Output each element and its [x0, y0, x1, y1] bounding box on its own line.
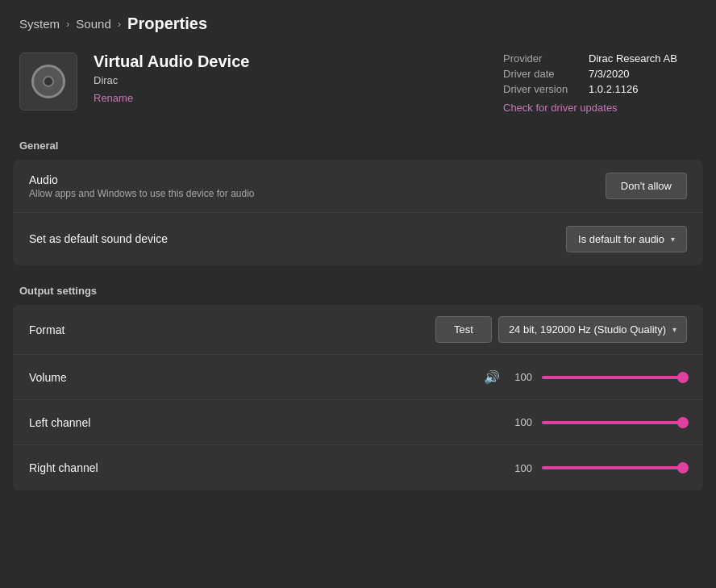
left-channel-row: Left channel 100: [13, 400, 703, 445]
right-channel-value: 100: [510, 462, 532, 474]
driver-date-value: 7/3/2020: [589, 68, 630, 80]
dont-allow-button[interactable]: Don't allow: [606, 173, 687, 199]
right-channel-label: Right channel: [29, 461, 500, 474]
volume-slider[interactable]: [542, 376, 687, 379]
right-channel-slider[interactable]: [542, 466, 687, 469]
volume-slider-thumb[interactable]: [677, 372, 689, 383]
audio-subtitle: Allow apps and Windows to use this devic…: [29, 188, 606, 199]
left-channel-slider-thumb[interactable]: [677, 417, 689, 428]
breadcrumb-separator-1: ›: [66, 18, 69, 30]
volume-row: Volume 🔊 100: [13, 355, 703, 400]
device-meta: Provider Dirac Research AB Driver date 7…: [503, 52, 697, 114]
device-header: Virtual Audio Device Dirac Rename Provid…: [0, 44, 716, 133]
test-button[interactable]: Test: [435, 316, 492, 343]
format-dropdown[interactable]: 24 bit, 192000 Hz (Studio Quality) ▾: [498, 316, 687, 343]
default-device-text: Set as default sound device: [29, 232, 566, 247]
breadcrumb-system[interactable]: System: [19, 17, 60, 31]
format-chevron-down-icon: ▾: [672, 325, 676, 334]
check-driver-link[interactable]: Check for driver updates: [503, 102, 618, 114]
volume-value: 100: [510, 371, 532, 383]
right-channel-slider-thumb[interactable]: [677, 462, 689, 473]
device-info: Virtual Audio Device Dirac Rename: [94, 52, 487, 104]
default-device-row: Set as default sound device Is default f…: [13, 213, 703, 265]
breadcrumb-properties: Properties: [127, 15, 207, 33]
rename-link[interactable]: Rename: [94, 92, 133, 104]
left-channel-slider[interactable]: [542, 421, 687, 424]
left-channel-value: 100: [510, 416, 532, 428]
device-brand: Dirac: [94, 74, 487, 86]
breadcrumb-separator-2: ›: [118, 18, 121, 30]
device-icon-container: [19, 52, 77, 111]
general-section-label: General: [0, 133, 716, 160]
left-channel-label: Left channel: [29, 416, 500, 429]
left-channel-slider-fill: [542, 421, 680, 424]
output-settings-label: Output settings: [0, 278, 716, 305]
right-channel-row: Right channel 100: [13, 445, 703, 490]
provider-label: Provider: [503, 52, 576, 65]
audio-row: Audio Allow apps and Windows to use this…: [13, 160, 703, 213]
volume-slider-fill: [542, 376, 680, 379]
default-device-value: Is default for audio: [578, 233, 664, 245]
output-settings-section: Output settings Format Test 24 bit, 1920…: [0, 278, 716, 490]
provider-value: Dirac Research AB: [589, 52, 677, 65]
driver-version-label: Driver version: [503, 83, 576, 95]
breadcrumb-sound[interactable]: Sound: [76, 17, 110, 31]
speaker-icon: [31, 65, 65, 98]
format-dropdown-value: 24 bit, 192000 Hz (Studio Quality): [509, 323, 666, 336]
driver-version-row: Driver version 1.0.2.1126: [503, 83, 697, 95]
volume-icon: 🔊: [484, 369, 500, 385]
driver-date-row: Driver date 7/3/2020: [503, 68, 697, 80]
format-controls: Test 24 bit, 192000 Hz (Studio Quality) …: [435, 316, 687, 343]
output-settings-card: Format Test 24 bit, 192000 Hz (Studio Qu…: [13, 305, 703, 490]
right-channel-slider-fill: [542, 466, 680, 469]
default-device-title: Set as default sound device: [29, 232, 566, 245]
general-settings-card: Audio Allow apps and Windows to use this…: [13, 160, 703, 265]
chevron-down-icon: ▾: [671, 235, 675, 244]
volume-label: Volume: [29, 371, 474, 384]
speaker-icon-inner: [43, 76, 54, 87]
default-device-dropdown[interactable]: Is default for audio ▾: [566, 226, 687, 252]
breadcrumb: System › Sound › Properties: [0, 0, 716, 44]
audio-row-text: Audio Allow apps and Windows to use this…: [29, 173, 606, 199]
driver-version-value: 1.0.2.1126: [589, 83, 638, 95]
provider-row: Provider Dirac Research AB: [503, 52, 697, 65]
audio-title: Audio: [29, 173, 606, 186]
format-row: Format Test 24 bit, 192000 Hz (Studio Qu…: [13, 305, 703, 355]
driver-date-label: Driver date: [503, 68, 576, 80]
format-label: Format: [29, 323, 435, 336]
device-name: Virtual Audio Device: [94, 52, 487, 71]
